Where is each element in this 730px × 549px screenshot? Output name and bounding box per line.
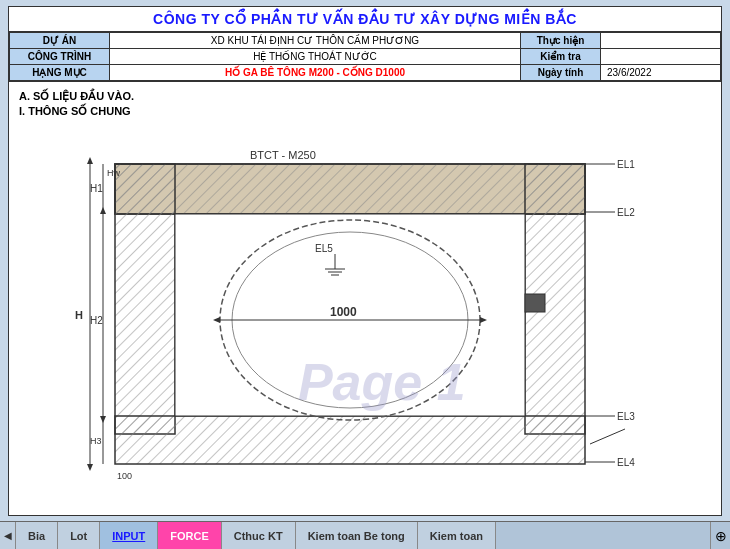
company-header: CÔNG TY CỔ PHẦN TƯ VẤN ĐẦU TƯ XÂY DỰNG M… [9, 7, 721, 32]
el5-label: EL5 [315, 243, 333, 254]
drawing-area: A. SỐ LIỆU ĐẦU VÀO. I. THÔNG SỐ CHUNG [9, 82, 721, 492]
h3-label: H3 [90, 436, 102, 446]
el3-label: EL3 [617, 411, 635, 422]
value-thuc-hien [601, 33, 721, 49]
label-hang-muc: HẠNG MỤC [10, 65, 110, 82]
value-hang-muc: HỐ GA BÊ TÔNG M200 - CỐNG D1000 [110, 65, 521, 82]
bottom-100: 100 [117, 471, 132, 481]
hw-label: Hw [107, 168, 120, 178]
label-ngay-tinh: Ngày tính [521, 65, 601, 82]
company-name: CÔNG TY CỔ PHẦN TƯ VẤN ĐẦU TƯ XÂY DỰNG M… [11, 11, 719, 27]
el4-label: EL4 [617, 457, 635, 468]
info-table: DỰ ÁN XD KHU TÁI ĐỊNH CƯ THÔN CẦM PHƯƠNG… [9, 32, 721, 82]
tab-kiem-toan[interactable]: Kiem toan [418, 522, 496, 549]
btct-label: BTCT - M250 [250, 149, 316, 161]
tab-input[interactable]: INPUT [100, 522, 158, 549]
tab-kiem-toan-be-tong[interactable]: Kiem toan Be tong [296, 522, 418, 549]
tab-force[interactable]: FORCE [158, 522, 222, 549]
h-label: H [75, 309, 83, 321]
svg-rect-4 [115, 164, 175, 434]
label-du-an: DỰ ÁN [10, 33, 110, 49]
label-cong-trinh: CÔNG TRÌNH [10, 49, 110, 65]
tab-add-button[interactable]: ⊕ [710, 522, 730, 549]
label-thuc-hien: Thực hiện [521, 33, 601, 49]
tab-bia[interactable]: Bia [16, 522, 58, 549]
bottom-tabs: ◀ Bia Lot INPUT FORCE Cthuc KT Kiem toan… [0, 521, 730, 549]
section-i-title: I. THÔNG SỐ CHUNG [19, 105, 711, 118]
diameter-label: 1000 [330, 305, 357, 319]
label-kiem-tra: Kiểm tra [521, 49, 601, 65]
value-ngay-tinh: 23/6/2022 [601, 65, 721, 82]
svg-rect-12 [525, 294, 545, 312]
technical-drawing: 1000 EL5 BTCT - M250 EL1 EL2 EL3 EL4 Bê [35, 124, 695, 484]
el1-label: EL1 [617, 159, 635, 170]
value-du-an: XD KHU TÁI ĐỊNH CƯ THÔN CẦM PHƯƠNG [110, 33, 521, 49]
main-content: CÔNG TY CỔ PHẦN TƯ VẤN ĐẦU TƯ XÂY DỰNG M… [8, 6, 722, 516]
tab-cthuc-kt[interactable]: Cthuc KT [222, 522, 296, 549]
value-kiem-tra [601, 49, 721, 65]
tab-left-arrow[interactable]: ◀ [0, 522, 16, 549]
svg-rect-3 [115, 164, 585, 214]
h1-label: H1 [90, 183, 103, 194]
svg-rect-6 [115, 416, 585, 464]
el2-label: EL2 [617, 207, 635, 218]
tab-lot[interactable]: Lot [58, 522, 100, 549]
value-cong-trinh: HỆ THỐNG THOÁT NƯỚC [110, 49, 521, 65]
h2-label: H2 [90, 315, 103, 326]
section-a-title: A. SỐ LIỆU ĐẦU VÀO. [19, 90, 711, 103]
